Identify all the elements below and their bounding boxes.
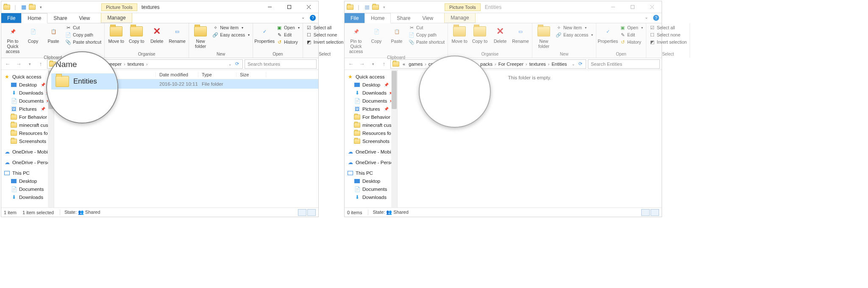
select-none-button[interactable]: ☐Select none [305,31,345,38]
nav-pictures[interactable]: 🖼Pictures📌 [1,105,54,113]
tab-home[interactable]: Home [21,13,47,23]
tab-manage[interactable]: Manage [444,13,475,23]
properties-qat-icon[interactable]: ▦ [363,3,371,11]
nav-onedrive[interactable]: ☁OneDrive - Mobile [345,148,397,156]
maximize-button[interactable] [279,1,299,13]
copy-path-button[interactable]: 📄Copy path [64,31,103,38]
nav-downloads[interactable]: ⬇Downloads [1,193,54,201]
column-size[interactable]: Size [236,72,266,77]
nav-documents[interactable]: 📄Documents📌 [1,97,54,105]
nav-folder[interactable]: Resources for Cr [345,129,397,137]
edit-button[interactable]: ✎Edit [275,31,301,38]
move-to-button[interactable]: Move to [450,24,469,45]
rename-button[interactable]: ▭Rename [511,24,530,45]
history-button[interactable]: ↺History [275,39,301,45]
nav-documents[interactable]: 📄Documents📌 [345,97,397,105]
nav-downloads[interactable]: ⬇Downloads📌 [345,89,397,97]
icons-view-button[interactable] [307,209,316,216]
refresh-icon[interactable]: ⟳ [577,61,584,67]
search-input[interactable]: Search Entities [588,59,660,69]
properties-button[interactable]: ✓Properties [255,24,274,45]
nav-quick-access[interactable]: ★Quick access [1,73,54,81]
help-icon[interactable]: ? [310,15,316,21]
nav-desktop[interactable]: Desktop [1,177,54,185]
details-view-button[interactable] [298,209,306,216]
contextual-tab[interactable]: Picture Tools [101,3,137,11]
forward-button[interactable]: → [357,59,367,69]
tab-manage[interactable]: Manage [101,13,132,23]
tab-share[interactable]: Share [391,13,416,23]
minimize-button[interactable] [603,1,623,13]
nav-desktop[interactable]: Desktop [345,177,397,185]
open-button[interactable]: ▣Open▾ [275,24,301,31]
new-item-button[interactable]: ✧New item▾ [211,24,251,31]
crumb[interactable]: textures [126,62,146,67]
new-folder-button[interactable]: New folder [534,24,554,50]
delete-button[interactable]: ✕Delete [147,24,167,45]
qat-dropdown-icon[interactable]: ▾ [380,3,388,11]
address-dropdown-icon[interactable]: ⌄ [570,62,577,66]
nav-onedrive[interactable]: ☁OneDrive - Person [345,158,397,166]
new-folder-button[interactable]: New folder [191,24,210,50]
copy-to-button[interactable]: Copy to [470,24,490,45]
contextual-tab[interactable]: Picture Tools [445,3,481,11]
tab-file[interactable]: File [345,13,364,23]
close-button[interactable] [299,1,318,13]
recent-dropdown-icon[interactable]: ▾ [25,59,34,69]
minimize-button[interactable] [260,1,279,13]
copy-to-button[interactable]: Copy to [127,24,146,45]
address-dropdown-icon[interactable]: ⌄ [227,62,234,66]
cut-button[interactable]: ✂Cut [407,24,446,31]
nav-pictures[interactable]: 🖼Pictures📌 [345,105,397,113]
pin-to-quick-access-button[interactable]: 📌Pin to Quick access [3,24,22,55]
nav-this-pc[interactable]: This PC [345,169,397,177]
details-view-button[interactable] [641,209,650,216]
maximize-button[interactable] [623,1,642,13]
nav-downloads[interactable]: ⬇Downloads [345,193,397,201]
rename-button[interactable]: ▭Rename [167,24,187,45]
crumb[interactable]: games [407,62,424,67]
qat-dropdown-icon[interactable]: ▾ [37,3,45,11]
crumb[interactable]: Entities [550,62,569,67]
invert-selection-button[interactable]: ◩Invert selection [305,39,345,45]
refresh-icon[interactable]: ⟳ [234,61,241,67]
nav-this-pc[interactable]: This PC [1,169,54,177]
tab-view[interactable]: View [416,13,439,23]
paste-button[interactable]: 📋Paste [44,24,63,45]
nav-onedrive[interactable]: ☁OneDrive - Mobile [1,148,54,156]
folder-qat-icon[interactable] [28,3,36,11]
tab-view[interactable]: View [73,13,96,23]
forward-button[interactable]: → [14,59,23,69]
recent-dropdown-icon[interactable]: ▾ [368,59,378,69]
column-type[interactable]: Type [198,72,236,77]
nav-documents[interactable]: 📄Documents [1,185,54,193]
cut-button[interactable]: ✂Cut [64,24,103,31]
help-icon[interactable]: ? [653,15,659,21]
easy-access-button[interactable]: 🔗Easy access▾ [554,31,594,38]
invert-selection-button[interactable]: ◩Invert selection [648,39,688,45]
paste-shortcut-button[interactable]: 📎Paste shortcut [64,39,103,45]
nav-documents[interactable]: 📄Documents [345,185,397,193]
column-date[interactable]: Date modified [156,72,198,77]
close-button[interactable] [642,1,662,13]
select-all-button[interactable]: ☑Select all [305,24,345,31]
nav-folder[interactable]: For Behavior [345,113,397,121]
back-button[interactable]: ← [346,59,356,69]
paste-button[interactable]: 📋Paste [387,24,406,45]
tab-share[interactable]: Share [47,13,73,23]
icons-view-button[interactable] [651,209,659,216]
select-all-button[interactable]: ☑Select all [648,24,688,31]
nav-folder[interactable]: Resources for Cr [1,129,54,137]
history-button[interactable]: ↺History [618,39,644,45]
paste-shortcut-button[interactable]: 📎Paste shortcut [407,39,446,45]
crumb[interactable]: For Creeper [497,62,525,67]
new-item-button[interactable]: ✧New item▾ [554,24,594,31]
delete-button[interactable]: ✕Delete [490,24,510,45]
edit-button[interactable]: ✎Edit [618,31,644,38]
up-button[interactable]: ↑ [379,59,389,69]
ribbon-collapse-icon[interactable]: ⌄ [299,13,307,23]
search-input[interactable]: Search textures [245,59,317,69]
nav-folder[interactable]: Screenshots [345,137,397,145]
nav-folder[interactable]: minecraft custo [345,121,397,129]
nav-onedrive[interactable]: ☁OneDrive - Person [1,158,54,166]
